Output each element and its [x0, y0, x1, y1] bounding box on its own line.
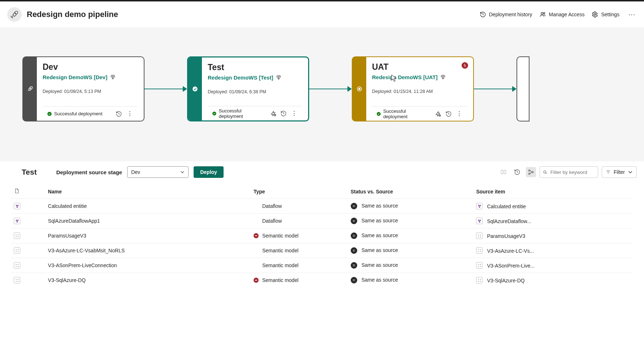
column-status[interactable]: Status vs. Source — [348, 183, 474, 199]
table-row[interactable]: Calculated entitieDataflow=Same as sourc… — [11, 199, 633, 214]
item-type: Semantic model — [262, 248, 298, 253]
target-icon — [356, 86, 363, 92]
table-row[interactable]: V3-ASonPrem-LiveConnectionSemantic model… — [11, 258, 633, 273]
svg-rect-19 — [16, 205, 17, 206]
item-name: V3-SqlAzure-DQ — [45, 273, 251, 288]
filter-button[interactable]: Filter — [602, 166, 637, 178]
item-name: Calculated entitie — [45, 199, 251, 214]
stage-test-history-button[interactable] — [280, 110, 287, 117]
filter-input[interactable] — [540, 166, 598, 178]
svg-point-46 — [480, 251, 480, 252]
chevron-down-icon — [180, 170, 185, 174]
item-source: SqlAzureDataflow... — [487, 218, 531, 224]
item-name: ParamsUsageV3 — [45, 228, 251, 243]
stage-test-name: Test — [208, 63, 302, 72]
svg-point-39 — [16, 249, 16, 250]
stage-dev-workspace[interactable]: Redesign DemoWS [Dev] — [43, 74, 107, 80]
svg-point-35 — [478, 235, 479, 235]
stage-test-more-button[interactable]: ⋮ — [290, 110, 298, 117]
stage-uat-rules-button[interactable] — [435, 110, 441, 117]
svg-point-58 — [18, 281, 18, 281]
deployment-history-link[interactable]: Deployment history — [480, 11, 532, 18]
svg-point-7 — [212, 111, 216, 115]
table-row[interactable]: V3-SqlAzure-DQSemantic model=Same as sou… — [11, 273, 633, 288]
stage-dev-more-button[interactable]: ⋮ — [126, 110, 134, 117]
svg-point-48 — [18, 264, 18, 265]
filter-input-field[interactable] — [550, 169, 595, 175]
svg-point-60 — [480, 279, 480, 279]
check-circle-icon — [212, 111, 217, 116]
svg-rect-30 — [479, 221, 480, 222]
svg-point-0 — [15, 13, 16, 14]
settings-label: Settings — [601, 12, 619, 17]
item-type-icon — [14, 203, 20, 209]
items-table: Name Type Status vs. Source Source item … — [11, 183, 633, 287]
item-name: V3-ASonPrem-LiveConnection — [45, 258, 251, 273]
svg-point-6 — [193, 86, 198, 91]
source-type-icon — [476, 277, 483, 283]
svg-point-10 — [359, 88, 360, 90]
svg-point-51 — [478, 264, 479, 265]
item-status: Same as source — [362, 262, 398, 268]
settings-link[interactable]: Settings — [592, 11, 619, 18]
svg-point-38 — [480, 236, 480, 237]
item-type: Semantic model — [262, 233, 298, 239]
svg-rect-23 — [480, 205, 481, 206]
column-source[interactable]: Source item — [473, 183, 633, 199]
source-type-icon — [476, 247, 483, 254]
svg-rect-24 — [479, 206, 480, 207]
check-circle-icon — [376, 111, 381, 116]
pipeline-icon — [7, 7, 22, 22]
item-name: SqlAzureDataflowApp1 — [45, 214, 251, 228]
svg-rect-28 — [478, 219, 479, 221]
status-equal-icon: = — [351, 247, 357, 254]
table-row[interactable]: SqlAzureDataflowApp1Dataflow=Same as sou… — [11, 214, 633, 228]
svg-point-53 — [478, 266, 479, 266]
column-type[interactable]: Type — [251, 183, 348, 199]
more-menu[interactable]: ⋯ — [627, 10, 637, 19]
history-icon — [480, 11, 486, 18]
stage-uat-history-button[interactable] — [445, 110, 452, 117]
search-icon — [543, 170, 548, 175]
stage-uat[interactable]: 5 UAT Redesign DemoWS [UAT] Deployed: 01… — [352, 56, 474, 121]
filter-icon — [606, 170, 611, 175]
stage-test-workspace[interactable]: Redesign DemoWS [Test] — [208, 74, 273, 81]
manage-access-link[interactable]: Manage Access — [540, 11, 585, 18]
diamond-icon — [440, 74, 446, 80]
stage-uat-more-button[interactable]: ⋮ — [455, 110, 463, 117]
deployment-source-value: Dev — [131, 169, 140, 175]
stage-uat-workspace[interactable]: Redesign DemoWS [UAT] — [372, 74, 437, 80]
stage-next[interactable] — [517, 56, 530, 121]
people-icon — [540, 11, 546, 18]
lineage-button[interactable] — [526, 167, 536, 177]
filter-label: Filter — [614, 169, 625, 175]
svg-point-36 — [480, 235, 480, 235]
svg-point-4 — [30, 88, 31, 89]
deploy-button[interactable]: Deploy — [194, 166, 224, 178]
deployment-source-select[interactable]: Dev — [127, 166, 189, 178]
svg-point-45 — [478, 251, 479, 252]
svg-rect-14 — [504, 170, 506, 174]
stage-dev-history-button[interactable] — [115, 110, 122, 117]
compare-button — [498, 167, 509, 177]
item-name: V3-AsAzure-LC-VsabMsit_NoRLS — [45, 243, 251, 258]
item-type-icon — [14, 262, 20, 269]
item-source: Calculated entitie — [487, 204, 526, 209]
document-icon — [14, 188, 20, 194]
svg-point-5 — [47, 112, 52, 116]
item-status: Same as source — [362, 218, 398, 223]
svg-point-50 — [18, 266, 18, 266]
status-equal-icon: = — [351, 203, 357, 209]
stage-dev[interactable]: Dev Redesign DemoWS [Dev] Deployed: 01/0… — [22, 56, 144, 121]
stage-test-rules-button[interactable] — [270, 110, 276, 117]
column-name[interactable]: Name — [45, 183, 251, 199]
table-row[interactable]: ParamsUsageV3Semantic model=Same as sour… — [11, 228, 633, 243]
stage-uat-badge: 5 — [462, 62, 468, 69]
diamond-icon — [110, 74, 116, 80]
svg-rect-25 — [16, 219, 17, 221]
table-row[interactable]: V3-AsAzure-LC-VsabMsit_NoRLSSemantic mod… — [11, 243, 633, 258]
svg-rect-21 — [16, 206, 18, 207]
history-button[interactable] — [512, 167, 522, 177]
stage-test[interactable]: Test Redesign DemoWS [Test] Deployed: 01… — [187, 56, 309, 121]
svg-point-44 — [480, 249, 480, 250]
